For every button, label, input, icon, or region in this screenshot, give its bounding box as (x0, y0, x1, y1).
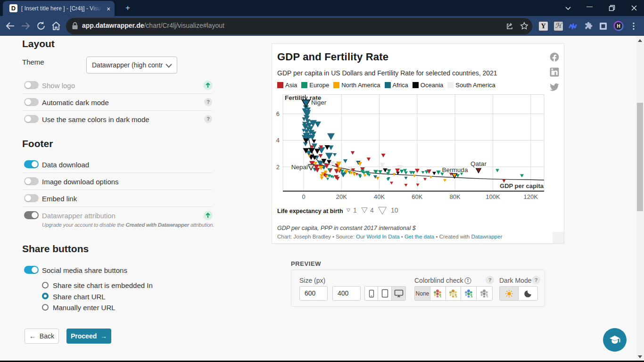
svg-text:Qatar: Qatar (471, 160, 487, 167)
svg-text:Life expectancy at birth: Life expectancy at birth (277, 208, 343, 214)
svg-text:60K: 60K (412, 193, 422, 200)
svg-text:Nepal: Nepal (291, 164, 308, 171)
svg-text:4: 4 (276, 137, 280, 144)
svg-text:Chart: Joseph Bradley • Source: Chart: Joseph Bradley • Source: Our Worl… (277, 234, 502, 239)
svg-text:80K: 80K (450, 193, 461, 200)
svg-text:1: 1 (353, 206, 357, 214)
svg-text:100K: 100K (486, 193, 500, 200)
svg-text:GDP per capita, PPP in constan: GDP per capita, PPP in constant 2017 int… (277, 225, 416, 231)
svg-text:4: 4 (370, 206, 374, 214)
svg-text:10: 10 (391, 206, 398, 214)
svg-text:2: 2 (276, 164, 280, 171)
svg-text:Niger: Niger (311, 99, 327, 106)
svg-text:20K: 20K (336, 193, 347, 200)
svg-text:6: 6 (276, 110, 280, 117)
svg-text:0: 0 (302, 193, 305, 200)
svg-text:40K: 40K (374, 193, 385, 200)
svg-text:Bermuda: Bermuda (442, 166, 468, 173)
svg-text:GDP per capita: GDP per capita (500, 182, 544, 189)
svg-text:120K: 120K (524, 193, 538, 200)
